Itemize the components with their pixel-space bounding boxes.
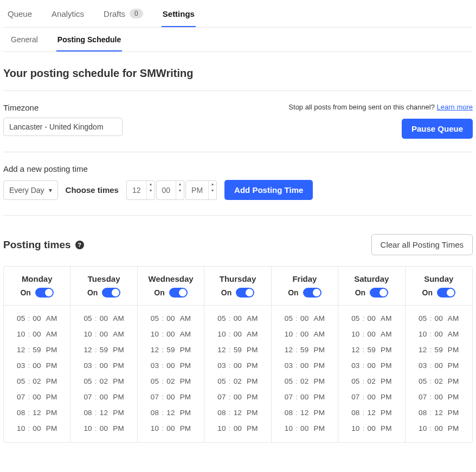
- posting-time[interactable]: 07:00PM: [75, 393, 132, 401]
- minute-down-icon[interactable]: ▾: [176, 187, 184, 194]
- clear-all-button[interactable]: Clear all Posting Times: [371, 234, 473, 255]
- tab-drafts[interactable]: Drafts 0: [102, 5, 144, 27]
- posting-time[interactable]: 12:59PM: [343, 346, 400, 354]
- day-toggle[interactable]: [169, 288, 188, 298]
- tab-settings[interactable]: Settings: [162, 6, 196, 27]
- day-column: MondayOn05:00AM10:00AM12:59PM03:00PM05:0…: [4, 267, 70, 442]
- timezone-select[interactable]: Lancaster - United Kingdom: [3, 118, 123, 136]
- posting-time[interactable]: 12:59PM: [276, 346, 333, 354]
- posting-time[interactable]: 10:00PM: [410, 424, 468, 432]
- posting-time[interactable]: 10:00AM: [142, 330, 200, 338]
- posting-time[interactable]: 03:00PM: [410, 361, 468, 370]
- posting-time[interactable]: 07:00PM: [142, 393, 200, 401]
- subtab-posting-schedule[interactable]: Posting Schedule: [56, 33, 122, 51]
- day-toggle[interactable]: [370, 288, 388, 298]
- posting-time[interactable]: 10:00PM: [209, 424, 266, 432]
- time-hour: 10: [17, 330, 25, 338]
- posting-time[interactable]: 05:00AM: [276, 314, 333, 322]
- posting-time[interactable]: 08:12PM: [75, 409, 132, 417]
- hour-down-icon[interactable]: ▾: [147, 187, 155, 194]
- posting-time[interactable]: 05:00AM: [8, 314, 66, 322]
- posting-time[interactable]: 10:00AM: [209, 330, 266, 338]
- posting-time[interactable]: 08:12PM: [209, 409, 266, 417]
- posting-time[interactable]: 05:00AM: [410, 314, 468, 322]
- posting-time[interactable]: 10:00AM: [276, 330, 333, 338]
- posting-time[interactable]: 05:00AM: [142, 314, 200, 322]
- posting-time[interactable]: 07:00PM: [343, 393, 400, 401]
- ampm-stepper[interactable]: PM ▴ ▾: [185, 180, 217, 200]
- tab-analytics[interactable]: Analytics: [50, 6, 85, 27]
- posting-time[interactable]: 12:59PM: [8, 346, 66, 354]
- posting-time[interactable]: 05:02PM: [75, 377, 132, 385]
- posting-time[interactable]: 05:02PM: [343, 377, 400, 385]
- ampm-down-icon[interactable]: ▾: [209, 187, 216, 194]
- posting-time[interactable]: 05:02PM: [142, 377, 200, 385]
- posting-time[interactable]: 12:59PM: [75, 346, 132, 354]
- subtab-general[interactable]: General: [10, 33, 39, 51]
- time-separator: :: [95, 361, 97, 370]
- day-toggle[interactable]: [102, 288, 120, 298]
- help-icon[interactable]: ?: [75, 241, 84, 249]
- posting-time[interactable]: 05:00AM: [343, 314, 400, 322]
- posting-time[interactable]: 08:12PM: [8, 409, 66, 417]
- day-select[interactable]: Every Day ▾: [3, 180, 58, 200]
- posting-time[interactable]: 07:00PM: [276, 393, 333, 401]
- day-toggle[interactable]: [236, 288, 254, 298]
- tab-queue[interactable]: Queue: [7, 6, 33, 27]
- posting-time[interactable]: 10:00PM: [75, 424, 132, 432]
- add-posting-time-button[interactable]: Add Posting Time: [224, 180, 313, 200]
- posting-time[interactable]: 08:12PM: [410, 409, 468, 417]
- ampm-up-icon[interactable]: ▴: [209, 181, 216, 187]
- posting-time[interactable]: 05:02PM: [410, 377, 468, 385]
- time-hour: 12: [83, 346, 92, 354]
- posting-time[interactable]: 10:00PM: [8, 424, 66, 432]
- time-hour: 08: [285, 409, 293, 417]
- posting-time[interactable]: 10:00PM: [276, 424, 333, 432]
- toggle-state-label: On: [355, 288, 365, 297]
- posting-time[interactable]: 03:00PM: [209, 361, 266, 370]
- posting-time[interactable]: 10:00AM: [8, 330, 66, 338]
- time-hour: 07: [151, 393, 159, 401]
- posting-time[interactable]: 10:00AM: [75, 330, 132, 338]
- day-times-list: 05:00AM10:00AM12:59PM03:00PM05:02PM07:00…: [338, 306, 404, 442]
- day-times-list: 05:00AM10:00AM12:59PM03:00PM05:02PM07:00…: [4, 306, 70, 442]
- posting-time[interactable]: 08:12PM: [343, 409, 400, 417]
- posting-time[interactable]: 10:00AM: [343, 330, 400, 338]
- posting-time[interactable]: 10:00PM: [142, 424, 200, 432]
- posting-time[interactable]: 03:00PM: [343, 361, 400, 370]
- posting-time[interactable]: 07:00PM: [8, 393, 66, 401]
- minute-stepper[interactable]: 00 ▴ ▾: [156, 180, 185, 200]
- posting-time[interactable]: 05:02PM: [209, 377, 266, 385]
- posting-time[interactable]: 05:02PM: [276, 377, 333, 385]
- day-toggle[interactable]: [35, 288, 54, 298]
- posting-time[interactable]: 10:00AM: [410, 330, 468, 338]
- posting-time[interactable]: 05:02PM: [8, 377, 66, 385]
- learn-more-link[interactable]: Learn more: [437, 103, 473, 111]
- posting-time[interactable]: 12:59PM: [209, 346, 266, 354]
- day-toggle[interactable]: [303, 288, 321, 298]
- time-ampm: PM: [381, 409, 392, 417]
- posting-time[interactable]: 07:00PM: [410, 393, 468, 401]
- posting-time[interactable]: 03:00PM: [276, 361, 333, 370]
- day-column: TuesdayOn05:00AM10:00AM12:59PM03:00PM05:…: [70, 267, 137, 442]
- posting-time[interactable]: 05:00AM: [209, 314, 266, 322]
- posting-time[interactable]: 08:12PM: [276, 409, 333, 417]
- posting-time[interactable]: 03:00PM: [142, 361, 200, 370]
- posting-time[interactable]: 07:00PM: [209, 393, 266, 401]
- time-hour: 05: [83, 377, 92, 385]
- time-ampm: PM: [381, 377, 392, 385]
- posting-time[interactable]: 05:00AM: [75, 314, 132, 322]
- posting-time[interactable]: 10:00PM: [343, 424, 400, 432]
- day-name: Thursday: [209, 274, 266, 283]
- posting-time[interactable]: 03:00PM: [8, 361, 66, 370]
- minute-up-icon[interactable]: ▴: [176, 181, 184, 187]
- posting-time[interactable]: 03:00PM: [75, 361, 132, 370]
- posting-time[interactable]: 12:59PM: [142, 346, 200, 354]
- posting-time[interactable]: 12:59PM: [410, 346, 468, 354]
- day-toggle[interactable]: [437, 288, 455, 298]
- posting-time[interactable]: 08:12PM: [142, 409, 200, 417]
- hour-stepper[interactable]: 12 ▴ ▾: [126, 180, 155, 200]
- time-minute: 59: [368, 346, 376, 354]
- hour-up-icon[interactable]: ▴: [147, 181, 155, 187]
- pause-queue-button[interactable]: Pause Queue: [402, 119, 473, 139]
